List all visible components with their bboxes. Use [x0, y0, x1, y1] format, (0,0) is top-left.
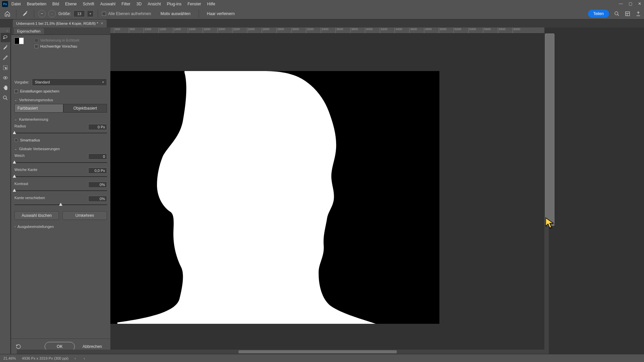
home-button[interactable] — [3, 9, 12, 18]
slider-track[interactable] — [14, 202, 107, 207]
horizontal-scrollbar[interactable] — [17, 350, 544, 354]
menu-layer[interactable]: Ebene — [62, 1, 79, 7]
sample-all-label: Alle Ebenen aufnehmen — [108, 11, 151, 16]
refine-hair-button[interactable]: Haar verfeinern — [203, 10, 239, 17]
document-canvas[interactable] — [84, 71, 439, 324]
slider-track[interactable] — [14, 131, 107, 135]
scrollbar-thumb[interactable] — [238, 350, 397, 353]
share-button[interactable]: Teilen — [588, 10, 609, 18]
shift-edge-value[interactable] — [88, 196, 107, 202]
menu-help[interactable]: Hilfe — [205, 1, 218, 7]
section-global-refinements[interactable]: ⌄ Globale Verbesserungen — [14, 147, 107, 151]
radius-label: Radius — [14, 124, 26, 130]
slider-track[interactable] — [14, 160, 107, 165]
tool-zoom[interactable] — [1, 93, 10, 103]
status-zoom[interactable]: 21,46% — [3, 356, 16, 360]
divider — [199, 10, 199, 18]
slider-track[interactable] — [14, 174, 107, 179]
smooth-slider: Weich — [14, 154, 107, 165]
sample-all-layers-checkbox[interactable]: Alle Ebenen aufnehmen — [102, 11, 151, 16]
menu-image[interactable]: Bild — [50, 1, 62, 7]
properties-panel: Eigenschaften Verfeinerung in Echtzeit H… — [11, 27, 110, 354]
close-button[interactable]: ✕ — [637, 1, 643, 7]
tool-object-select[interactable] — [1, 63, 10, 72]
panel-tab-properties[interactable]: Eigenschaften — [14, 28, 44, 34]
ruler-tick: 2200 — [232, 27, 240, 34]
toolbar-expand-icon[interactable]: » — [6, 29, 10, 32]
search-icon[interactable] — [614, 11, 620, 17]
minimize-button[interactable]: — — [618, 1, 624, 7]
ruler-tick: 4800 — [424, 27, 432, 34]
close-tab-icon[interactable]: × — [101, 21, 103, 26]
size-input[interactable] — [73, 10, 85, 17]
reset-button[interactable] — [15, 343, 22, 350]
smart-radius-label: Smartradius — [20, 138, 40, 142]
ruler-tick: 1000 — [144, 27, 151, 34]
checkbox-icon — [35, 45, 38, 48]
ruler-tick: 800 — [129, 27, 135, 34]
tool-crop[interactable] — [1, 73, 10, 82]
svg-rect-1 — [626, 12, 630, 16]
ruler-tick: 3200 — [306, 27, 314, 34]
ruler-tick: 1600 — [188, 27, 196, 34]
chevron-down-icon: ⌄ — [14, 118, 17, 121]
shift-edge-slider: Kante verschieben — [14, 196, 107, 207]
view-mode-thumbnail[interactable] — [14, 38, 24, 44]
status-dimensions[interactable]: 4936 Px x 3319 Px (300 ppi) — [22, 356, 68, 360]
menu-filter[interactable]: Filter — [119, 1, 133, 7]
document-tab[interactable]: Unbenannt-1 bei 21,5% (Ebene 4 Kopie, RG… — [13, 19, 107, 27]
size-dropdown[interactable]: ▾ — [88, 10, 94, 17]
slider-track[interactable] — [14, 188, 107, 193]
main-area: » -800-600-400-2000200400600800100012001… — [0, 27, 644, 354]
section-output-settings[interactable]: › Ausgabeeinstellungen — [14, 225, 107, 229]
workspace-icon[interactable] — [625, 11, 631, 17]
smooth-label: Weich — [14, 154, 24, 160]
panel-tab-bar: Eigenschaften — [11, 27, 110, 35]
menu-select[interactable]: Auswahl — [98, 1, 118, 7]
tool-hand[interactable] — [1, 83, 10, 93]
decrease-size-button[interactable]: − — [38, 10, 46, 17]
refine-mode-segmented: Farbbasiert Objektbasiert — [14, 104, 107, 113]
panel-body: Verfeinerung in Echtzeit Hochwertige Vor… — [11, 35, 110, 354]
menu-type[interactable]: Schrift — [80, 1, 97, 7]
radius-value[interactable] — [88, 124, 107, 130]
export-icon[interactable] — [635, 11, 641, 17]
menu-view[interactable]: Ansicht — [145, 1, 163, 7]
menu-file[interactable]: Datei — [9, 1, 23, 7]
menu-3d[interactable]: 3D — [134, 1, 144, 7]
preset-select[interactable]: Standard ▾ — [32, 78, 107, 86]
section-refine-mode[interactable]: ⌄ Verfeinerungsmodus — [14, 98, 107, 102]
contrast-value[interactable] — [88, 182, 107, 188]
maximize-button[interactable]: ▢ — [627, 1, 633, 7]
tool-brush[interactable] — [1, 43, 10, 52]
mode-color-button[interactable]: Farbbasiert — [14, 104, 63, 113]
menu-plugins[interactable]: Plug-ins — [164, 1, 184, 7]
status-chevron-left-icon[interactable]: ‹ — [84, 356, 85, 360]
shift-edge-label: Kante verschieben — [14, 196, 45, 202]
section-edge-detection[interactable]: ⌄ Kantenerkennung — [14, 117, 107, 121]
ruler-tick: 4200 — [380, 27, 387, 34]
increase-size-button[interactable]: · — [48, 10, 56, 17]
smooth-value[interactable] — [88, 154, 107, 160]
contrast-label: Kontrast — [14, 182, 28, 188]
tool-lasso[interactable] — [1, 33, 10, 42]
clear-selection-button[interactable]: Auswahl löschen — [14, 211, 59, 220]
scrollbar-thumb[interactable] — [545, 34, 554, 226]
menu-edit[interactable]: Bearbeiten — [24, 1, 49, 7]
checkbox-icon — [35, 39, 38, 42]
select-subject-button[interactable]: Motiv auswählen — [156, 10, 194, 17]
feather-label: Weiche Kante — [14, 168, 37, 174]
ruler-tick: 1400 — [173, 27, 181, 34]
remember-settings-checkbox[interactable]: Einstellungen speichern — [14, 89, 107, 93]
mode-object-button[interactable]: Objektbasiert — [63, 104, 107, 113]
tool-refine-brush[interactable] — [1, 53, 10, 62]
vertical-scrollbar[interactable] — [544, 34, 549, 354]
hq-preview-checkbox[interactable]: Hochwertige Vorschau — [35, 44, 107, 48]
smart-radius-checkbox[interactable]: Smartradius — [14, 138, 107, 142]
invert-button[interactable]: Umkehren — [62, 211, 107, 220]
document-tab-bar: Unbenannt-1 bei 21,5% (Ebene 4 Kopie, RG… — [0, 19, 644, 27]
current-tool-icon[interactable] — [20, 9, 30, 18]
feather-value[interactable] — [88, 168, 107, 174]
status-chevron-right-icon[interactable]: › — [74, 356, 76, 360]
menu-window[interactable]: Fenster — [185, 1, 204, 7]
